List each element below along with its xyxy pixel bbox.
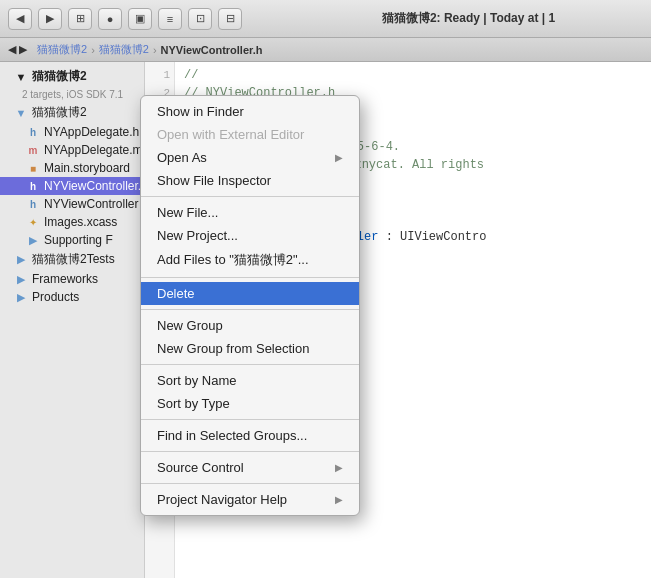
menu-item-new-group-selection[interactable]: New Group from Selection <box>141 337 359 360</box>
sidebar-item-products[interactable]: ▶ Products <box>0 288 144 306</box>
folder-icon: ▼ <box>14 107 28 119</box>
menu-item-show-in-finder-label: Show in Finder <box>157 104 244 119</box>
menu-item-open-external-label: Open with External Editor <box>157 127 304 142</box>
context-menu: Show in Finder Open with External Editor… <box>140 95 360 516</box>
sidebar-item-appdelegate-m[interactable]: m NYAppDelegate.m <box>0 141 144 159</box>
nav-button-1[interactable]: ⊞ <box>68 8 92 30</box>
menu-item-sort-name[interactable]: Sort by Name <box>141 369 359 392</box>
sidebar-group-main[interactable]: ▼ 猫猫微博2 <box>0 102 144 123</box>
products-folder-icon: ▶ <box>14 291 28 304</box>
sidebar-group-main-label: 猫猫微博2 <box>32 104 87 121</box>
menu-separator-1 <box>141 196 359 197</box>
menu-separator-2 <box>141 277 359 278</box>
nav-button-6[interactable]: ⊟ <box>218 8 242 30</box>
sidebar-item-viewcontroller[interactable]: h NYViewController <box>0 195 144 213</box>
sidebar-item-storyboard-label: Main.storyboard <box>44 161 130 175</box>
breadcrumb-nav-left[interactable]: ◀ <box>8 43 16 56</box>
menu-item-find-groups-label: Find in Selected Groups... <box>157 428 307 443</box>
sidebar-item-supporting-label: Supporting F <box>44 233 113 247</box>
menu-item-new-group-selection-label: New Group from Selection <box>157 341 309 356</box>
menu-item-new-group-label: New Group <box>157 318 223 333</box>
menu-item-add-files[interactable]: Add Files to "猫猫微博2"... <box>141 247 359 273</box>
toolbar-title: 猫猫微博2: Ready | Today at | 1 <box>294 10 643 27</box>
sidebar-item-viewcontroller-h[interactable]: h NYViewController.h <box>0 177 144 195</box>
menu-separator-5 <box>141 419 359 420</box>
menu-separator-7 <box>141 483 359 484</box>
menu-item-new-file[interactable]: New File... <box>141 201 359 224</box>
breadcrumb-sep-2: › <box>153 44 157 56</box>
sidebar-item-viewcontroller-h-label: NYViewController.h <box>44 179 144 193</box>
nav-button-4[interactable]: ≡ <box>158 8 182 30</box>
menu-item-add-files-label: Add Files to "猫猫微博2"... <box>157 251 309 269</box>
frameworks-folder-icon: ▶ <box>14 273 28 286</box>
sidebar-item-frameworks[interactable]: ▶ Frameworks <box>0 270 144 288</box>
menu-item-delete[interactable]: Delete <box>141 282 359 305</box>
file-h2-icon: h <box>26 199 40 210</box>
source-control-arrow-icon: ▶ <box>335 462 343 473</box>
menu-item-sort-name-label: Sort by Name <box>157 373 236 388</box>
file-h-icon: h <box>26 127 40 138</box>
file-sb-icon: ■ <box>26 163 40 174</box>
breadcrumb-nav-icons: ◀ ▶ <box>8 43 27 56</box>
project-icon: ▼ <box>14 71 28 83</box>
back-button[interactable]: ◀ <box>8 8 32 30</box>
menu-item-open-as[interactable]: Open As ▶ <box>141 146 359 169</box>
supporting-folder-icon: ▶ <box>26 234 40 247</box>
menu-item-open-as-label: Open As <box>157 150 207 165</box>
menu-item-new-group[interactable]: New Group <box>141 314 359 337</box>
menu-item-show-in-finder[interactable]: Show in Finder <box>141 100 359 123</box>
code-line-1: // <box>184 66 643 84</box>
nav-button-3[interactable]: ▣ <box>128 8 152 30</box>
menu-separator-4 <box>141 364 359 365</box>
sidebar-item-supporting[interactable]: ▶ Supporting F <box>0 231 144 249</box>
file-xcass-icon: ✦ <box>26 217 40 228</box>
breadcrumb-item-3[interactable]: NYViewController.h <box>161 44 263 56</box>
sidebar-subtitle: 2 targets, iOS SDK 7.1 <box>0 87 144 102</box>
menu-item-sort-type-label: Sort by Type <box>157 396 230 411</box>
menu-item-new-project-label: New Project... <box>157 228 238 243</box>
menu-item-open-external: Open with External Editor <box>141 123 359 146</box>
sidebar-item-images-label: Images.xcass <box>44 215 117 229</box>
breadcrumb-item-1[interactable]: 猫猫微博2 <box>37 42 87 57</box>
project-navigator-help-arrow-icon: ▶ <box>335 494 343 505</box>
sidebar-item-storyboard[interactable]: ■ Main.storyboard <box>0 159 144 177</box>
sidebar-item-appdelegate-m-label: NYAppDelegate.m <box>44 143 143 157</box>
open-as-arrow-icon: ▶ <box>335 152 343 163</box>
menu-item-project-navigator-help-label: Project Navigator Help <box>157 492 287 507</box>
menu-item-find-groups[interactable]: Find in Selected Groups... <box>141 424 359 447</box>
forward-button[interactable]: ▶ <box>38 8 62 30</box>
sidebar: ▼ 猫猫微博2 2 targets, iOS SDK 7.1 ▼ 猫猫微博2 h… <box>0 62 145 578</box>
breadcrumb-nav-right[interactable]: ▶ <box>19 43 27 56</box>
sidebar-item-frameworks-label: Frameworks <box>32 272 98 286</box>
sidebar-item-tests-label: 猫猫微博2Tests <box>32 251 115 268</box>
tests-folder-icon: ▶ <box>14 253 28 266</box>
menu-item-project-navigator-help[interactable]: Project Navigator Help ▶ <box>141 488 359 511</box>
sidebar-item-appdelegate-h-label: NYAppDelegate.h <box>44 125 139 139</box>
sidebar-item-products-label: Products <box>32 290 79 304</box>
menu-item-source-control-label: Source Control <box>157 460 244 475</box>
nav-button-2[interactable]: ● <box>98 8 122 30</box>
menu-item-sort-type[interactable]: Sort by Type <box>141 392 359 415</box>
breadcrumb-bar: ◀ ▶ 猫猫微博2 › 猫猫微博2 › NYViewController.h <box>0 38 651 62</box>
menu-item-new-file-label: New File... <box>157 205 218 220</box>
breadcrumb-item-2[interactable]: 猫猫微博2 <box>99 42 149 57</box>
sidebar-project[interactable]: ▼ 猫猫微博2 <box>0 66 144 87</box>
breadcrumb-sep-1: › <box>91 44 95 56</box>
sidebar-item-tests[interactable]: ▶ 猫猫微博2Tests <box>0 249 144 270</box>
menu-item-show-file-inspector[interactable]: Show File Inspector <box>141 169 359 192</box>
toolbar: ◀ ▶ ⊞ ● ▣ ≡ ⊡ ⊟ 猫猫微博2: Ready | Today at … <box>0 0 651 38</box>
menu-item-delete-label: Delete <box>157 286 195 301</box>
nav-button-5[interactable]: ⊡ <box>188 8 212 30</box>
menu-item-show-file-inspector-label: Show File Inspector <box>157 173 271 188</box>
file-h-selected-icon: h <box>26 181 40 192</box>
menu-item-source-control[interactable]: Source Control ▶ <box>141 456 359 479</box>
sidebar-item-images[interactable]: ✦ Images.xcass <box>0 213 144 231</box>
sidebar-item-viewcontroller-label: NYViewController <box>44 197 138 211</box>
sidebar-project-label: 猫猫微博2 <box>32 68 87 85</box>
menu-separator-6 <box>141 451 359 452</box>
menu-separator-3 <box>141 309 359 310</box>
menu-item-new-project[interactable]: New Project... <box>141 224 359 247</box>
file-m-icon: m <box>26 145 40 156</box>
sidebar-item-appdelegate-h[interactable]: h NYAppDelegate.h <box>0 123 144 141</box>
